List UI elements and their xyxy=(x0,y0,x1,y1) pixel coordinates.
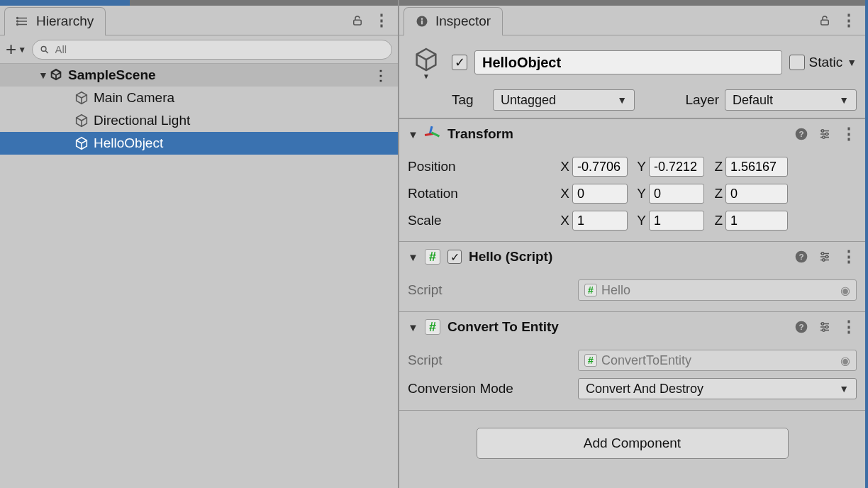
tag-dropdown[interactable]: Untagged ▼ xyxy=(493,89,635,111)
component-header[interactable]: ▼ Transform ? ⋮ xyxy=(399,119,865,149)
divider xyxy=(399,410,865,411)
hierarchy-tree: ▼ SampleScene ⋮ Main Camera Directional … xyxy=(0,64,398,488)
script-object-field[interactable]: #ConvertToEntity ◉ xyxy=(578,350,857,371)
object-picker-icon[interactable]: ◉ xyxy=(840,354,850,367)
list-icon xyxy=(16,15,29,28)
inspector-pane: Inspector ⋮ ▼ ✓ Static ▼ xyxy=(399,0,868,488)
position-x-input[interactable] xyxy=(572,157,628,177)
help-icon[interactable]: ? xyxy=(794,320,808,334)
component-header[interactable]: ▼ # Convert To Entity ? ⋮ xyxy=(399,312,865,342)
svg-text:?: ? xyxy=(799,322,803,331)
axis-x-label: X xyxy=(557,213,569,228)
rotation-y-input[interactable] xyxy=(649,184,704,204)
static-checkbox[interactable] xyxy=(789,55,805,70)
svg-line-8 xyxy=(45,50,48,52)
script-label: Script xyxy=(408,353,578,368)
conversion-mode-label: Conversion Mode xyxy=(408,381,578,396)
position-y-input[interactable] xyxy=(649,157,704,177)
script-name: ConvertToEntity xyxy=(601,353,691,368)
axis-y-label: Y xyxy=(633,186,646,201)
foldout-icon[interactable]: ▼ xyxy=(408,251,418,263)
tree-item-main-camera[interactable]: Main Camera xyxy=(0,87,398,109)
add-button[interactable]: + ▼ xyxy=(6,44,26,55)
svg-text:?: ? xyxy=(799,252,803,261)
cube-icon xyxy=(74,135,89,151)
hierarchy-toolbar: + ▼ xyxy=(0,35,398,64)
object-type-icon[interactable]: ▼ xyxy=(408,44,445,81)
svg-rect-11 xyxy=(421,21,423,25)
scale-y-input[interactable] xyxy=(649,211,704,231)
unity-icon xyxy=(48,67,64,83)
axis-x-label: X xyxy=(557,186,569,201)
axis-z-label: Z xyxy=(710,186,723,201)
layer-label: Layer xyxy=(671,92,719,108)
position-z-input[interactable] xyxy=(725,157,788,177)
caret-down-icon: ▼ xyxy=(617,94,627,106)
object-picker-icon[interactable]: ◉ xyxy=(840,284,850,297)
search-field[interactable] xyxy=(54,43,384,56)
preset-icon[interactable] xyxy=(818,321,831,333)
component-hello-script: ▼ # ✓ Hello (Script) ? ⋮ Script #Hello ◉ xyxy=(399,241,865,311)
dropdown-value: Default xyxy=(733,93,773,108)
preset-icon[interactable] xyxy=(818,128,831,140)
caret-down-icon: ▼ xyxy=(839,383,849,394)
kebab-icon[interactable]: ⋮ xyxy=(841,319,857,335)
component-header[interactable]: ▼ # ✓ Hello (Script) ? ⋮ xyxy=(399,242,865,272)
component-enable-checkbox[interactable]: ✓ xyxy=(447,250,462,264)
layer-dropdown[interactable]: Default ▼ xyxy=(725,89,857,111)
script-icon: # xyxy=(425,319,440,335)
kebab-icon[interactable]: ⋮ xyxy=(374,67,394,84)
tab-label: Inspector xyxy=(435,13,491,29)
tab-inspector[interactable]: Inspector xyxy=(404,7,503,35)
foldout-icon[interactable]: ▼ xyxy=(408,128,418,140)
axis-y-label: Y xyxy=(633,159,646,174)
conversion-mode-dropdown[interactable]: Convert And Destroy ▼ xyxy=(578,378,857,399)
caret-down-icon: ▼ xyxy=(18,45,26,55)
search-input[interactable] xyxy=(32,40,392,60)
foldout-icon[interactable]: ▼ xyxy=(408,321,418,333)
svg-point-36 xyxy=(823,329,825,331)
svg-rect-12 xyxy=(821,20,829,25)
tree-item-hello-object[interactable]: HelloObject xyxy=(0,132,398,155)
component-convert-to-entity: ▼ # Convert To Entity ? ⋮ Script #Conver… xyxy=(399,311,865,410)
add-component-button[interactable]: Add Component xyxy=(477,428,789,459)
object-name-input[interactable] xyxy=(474,50,782,74)
help-icon[interactable]: ? xyxy=(794,127,808,141)
svg-text:?: ? xyxy=(799,129,803,138)
search-icon xyxy=(40,45,49,55)
caret-down-icon: ▼ xyxy=(839,94,849,106)
kebab-icon[interactable]: ⋮ xyxy=(841,126,857,142)
rotation-x-input[interactable] xyxy=(572,184,628,204)
rotation-z-input[interactable] xyxy=(725,184,788,204)
tree-item-directional-light[interactable]: Directional Light xyxy=(0,109,398,132)
script-name: Hello xyxy=(601,283,630,298)
svg-point-19 xyxy=(825,133,828,135)
position-label: Position xyxy=(408,159,557,174)
help-icon[interactable]: ? xyxy=(794,250,808,264)
svg-point-34 xyxy=(821,323,823,325)
component-title: Transform xyxy=(447,126,513,142)
kebab-icon[interactable]: ⋮ xyxy=(841,249,857,265)
caret-down-icon[interactable]: ▼ xyxy=(847,57,857,68)
script-label: Script xyxy=(408,282,578,298)
lock-icon[interactable] xyxy=(351,14,364,27)
scale-x-input[interactable] xyxy=(572,211,628,231)
axis-z-label: Z xyxy=(710,159,723,174)
rotation-label: Rotation xyxy=(408,186,557,201)
transform-icon xyxy=(425,126,440,142)
hierarchy-pane: Hierarchy ⋮ + ▼ ▼ xyxy=(0,0,399,488)
preset-icon[interactable] xyxy=(818,250,831,263)
scene-row[interactable]: ▼ SampleScene ⋮ xyxy=(0,64,398,87)
tab-hierarchy[interactable]: Hierarchy xyxy=(4,7,106,35)
component-title: Hello (Script) xyxy=(469,249,552,265)
script-object-field[interactable]: #Hello ◉ xyxy=(578,279,857,301)
caret-down-icon: ▼ xyxy=(423,72,430,80)
kebab-icon[interactable]: ⋮ xyxy=(374,13,389,28)
tab-label: Hierarchy xyxy=(36,13,94,29)
kebab-icon[interactable]: ⋮ xyxy=(841,13,857,28)
active-checkbox[interactable]: ✓ xyxy=(452,55,467,70)
lock-icon[interactable] xyxy=(818,14,831,27)
scale-z-input[interactable] xyxy=(725,211,788,231)
foldout-icon[interactable]: ▼ xyxy=(38,70,48,81)
svg-rect-6 xyxy=(354,20,362,25)
